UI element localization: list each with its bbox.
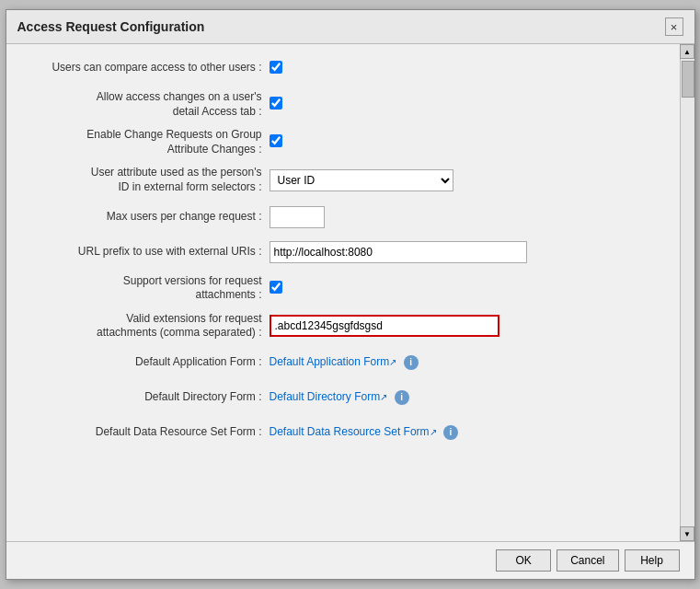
default-directory-form-link[interactable]: Default Directory Form↗ (270, 390, 388, 403)
url-prefix-input[interactable] (270, 241, 527, 263)
cancel-button[interactable]: Cancel (557, 549, 618, 572)
checkbox-support-versions[interactable] (270, 281, 282, 294)
control-enable-change-requests (270, 134, 665, 150)
label-default-data-resource-form: Default Data Resource Set Form : (21, 425, 270, 440)
dialog-body: Users can compare access to other users … (6, 44, 694, 541)
default-directory-form-info-icon[interactable]: i (395, 390, 409, 405)
row-valid-extensions: Valid extensions for requestattachments … (21, 312, 665, 341)
label-user-attribute: User attribute used as the person'sID in… (21, 166, 270, 194)
label-url-prefix: URL prefix to use with external URIs : (21, 245, 270, 260)
control-default-directory-form: Default Directory Form↗ i (270, 390, 665, 405)
label-allow-access: Allow access changes on a user'sdetail A… (21, 90, 270, 119)
control-support-versions (270, 281, 665, 296)
row-url-prefix: URL prefix to use with external URIs : (21, 239, 665, 265)
control-user-attribute: User ID Email Username (270, 169, 665, 191)
label-default-directory-form: Default Directory Form : (21, 390, 270, 405)
control-max-users (270, 206, 665, 228)
control-valid-extensions (270, 315, 665, 337)
scroll-down-arrow[interactable]: ▼ (680, 526, 694, 541)
label-max-users: Max users per change request : (21, 210, 270, 225)
row-compare-access: Users can compare access to other users … (21, 55, 665, 81)
default-data-resource-form-link[interactable]: Default Data Resource Set Form↗ (270, 425, 437, 438)
scroll-track (681, 59, 694, 526)
scroll-thumb[interactable] (682, 61, 694, 98)
control-compare-access (270, 61, 665, 76)
scroll-up-arrow[interactable]: ▲ (680, 44, 694, 59)
control-default-data-resource-form: Default Data Resource Set Form↗ i (270, 425, 665, 440)
label-support-versions: Support versions for requestattachments … (21, 274, 270, 303)
default-data-resource-form-info-icon[interactable]: i (443, 425, 458, 440)
row-allow-access: Allow access changes on a user'sdetail A… (21, 90, 665, 119)
control-url-prefix (270, 241, 665, 263)
access-request-dialog: Access Request Configuration × Users can… (6, 9, 695, 580)
label-default-application-form: Default Application Form : (21, 355, 270, 370)
valid-extensions-input[interactable] (270, 315, 499, 337)
label-compare-access: Users can compare access to other users … (21, 61, 270, 75)
max-users-input[interactable] (270, 206, 325, 228)
dialog-title-bar: Access Request Configuration × (6, 10, 694, 44)
default-application-form-info-icon[interactable]: i (404, 355, 419, 370)
content-area: Users can compare access to other users … (6, 44, 680, 541)
row-default-directory-form: Default Directory Form : Default Directo… (21, 385, 665, 410)
ok-button[interactable]: OK (496, 549, 551, 572)
row-support-versions: Support versions for requestattachments … (21, 274, 665, 303)
checkbox-enable-change-requests[interactable] (270, 134, 282, 147)
label-valid-extensions: Valid extensions for requestattachments … (21, 312, 270, 341)
row-max-users: Max users per change request : (21, 204, 665, 230)
checkbox-allow-access[interactable] (270, 97, 282, 110)
dialog-title: Access Request Configuration (17, 19, 205, 34)
user-attribute-select[interactable]: User ID Email Username (270, 169, 453, 191)
default-application-form-link[interactable]: Default Application Form↗ (270, 355, 397, 368)
close-button[interactable]: × (665, 17, 683, 36)
scrollbar: ▲ ▼ (680, 44, 694, 541)
row-default-data-resource-form: Default Data Resource Set Form : Default… (21, 420, 665, 445)
help-button[interactable]: Help (625, 549, 680, 572)
control-default-application-form: Default Application Form↗ i (270, 355, 665, 370)
row-user-attribute: User attribute used as the person'sID in… (21, 166, 665, 194)
checkbox-compare-access[interactable] (270, 61, 282, 74)
row-enable-change-requests: Enable Change Requests on GroupAttribute… (21, 128, 665, 156)
label-enable-change-requests: Enable Change Requests on GroupAttribute… (21, 128, 270, 156)
row-default-application-form: Default Application Form : Default Appli… (21, 350, 665, 375)
control-allow-access (270, 97, 665, 112)
dialog-footer: OK Cancel Help (6, 541, 694, 579)
